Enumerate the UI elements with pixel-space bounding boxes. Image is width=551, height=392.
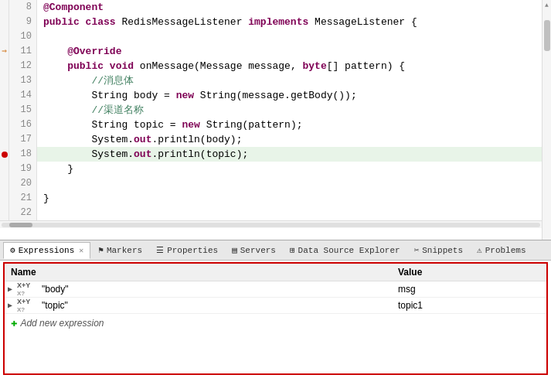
line-number-20: 20 bbox=[9, 176, 37, 191]
code-line-10: 10 bbox=[0, 29, 542, 44]
add-expression-label: Add new expression bbox=[20, 318, 104, 329]
expr-row-body[interactable]: ▶ X+YX? "body" msg bbox=[5, 281, 546, 298]
horizontal-scrollbar[interactable] bbox=[0, 220, 542, 228]
add-expression-icon: ✚ bbox=[11, 316, 17, 329]
tab-properties[interactable]: ☰ Properties bbox=[150, 242, 224, 259]
expr-type-icon-topic: X+YX? bbox=[17, 298, 39, 313]
scroll-up-arrow[interactable]: ▲ bbox=[545, 2, 549, 9]
code-line-11: ⇒ 11 @Override bbox=[0, 44, 542, 59]
line-number-15: 15 bbox=[9, 103, 37, 118]
code-line-22: 22 bbox=[0, 206, 542, 220]
code-content-18: System.out.println(topic); bbox=[37, 147, 542, 162]
tab-expressions-label: Expressions bbox=[19, 246, 75, 255]
servers-icon: ▤ bbox=[232, 245, 237, 255]
breakpoint-area-22 bbox=[0, 206, 9, 220]
code-content-21: } bbox=[37, 191, 542, 206]
tab-datasource[interactable]: ⊞ Data Source Explorer bbox=[284, 242, 406, 259]
breakpoint-area-10 bbox=[0, 29, 9, 44]
properties-icon: ☰ bbox=[156, 245, 164, 255]
scrollbar-track bbox=[2, 223, 540, 227]
debug-arrow-11: ⇒ bbox=[2, 44, 7, 59]
breakpoint-dot-18 bbox=[2, 152, 8, 158]
code-editor: 8 @Component 9 public class RedisMessage… bbox=[0, 0, 551, 240]
breakpoint-area-20 bbox=[0, 176, 9, 191]
line-number-9: 9 bbox=[9, 15, 37, 29]
breakpoint-area-18 bbox=[0, 147, 9, 162]
breakpoint-area-11: ⇒ bbox=[0, 44, 9, 59]
line-number-10: 10 bbox=[9, 29, 37, 44]
scrollbar-thumb[interactable] bbox=[9, 223, 32, 227]
breakpoint-area-15 bbox=[0, 103, 9, 118]
line-number-22: 22 bbox=[9, 206, 37, 220]
line-number-13: 13 bbox=[9, 73, 37, 88]
breakpoint-area-8 bbox=[0, 0, 9, 15]
line-number-16: 16 bbox=[9, 118, 37, 132]
code-line-20: 20 bbox=[0, 176, 542, 191]
code-lines: 8 @Component 9 public class RedisMessage… bbox=[0, 0, 542, 220]
line-number-18: 18 bbox=[9, 147, 37, 162]
code-content-12: public void onMessage(Message message, b… bbox=[37, 59, 542, 73]
expand-topic[interactable]: ▶ bbox=[5, 301, 17, 310]
breakpoint-area-13 bbox=[0, 73, 9, 88]
breakpoint-area-14 bbox=[0, 88, 9, 103]
code-line-12: 12 public void onMessage(Message message… bbox=[0, 59, 542, 73]
code-line-18: 18 System.out.println(topic); bbox=[0, 147, 542, 162]
code-content-22 bbox=[37, 206, 542, 220]
tab-problems[interactable]: ⚠ Problems bbox=[471, 242, 532, 259]
problems-icon: ⚠ bbox=[477, 245, 482, 255]
app-container: 8 @Component 9 public class RedisMessage… bbox=[0, 0, 551, 377]
expand-body[interactable]: ▶ bbox=[5, 285, 17, 294]
markers-icon: ⚑ bbox=[98, 245, 104, 255]
code-content-13: //消息体 bbox=[37, 73, 542, 88]
code-line-13: 13 //消息体 bbox=[0, 73, 542, 88]
column-value-header: Value bbox=[392, 265, 546, 279]
code-line-16: 16 String topic = new String(pattern); bbox=[0, 118, 542, 132]
code-content-15: //渠道名称 bbox=[37, 103, 542, 118]
line-number-8: 8 bbox=[9, 0, 37, 15]
tab-problems-label: Problems bbox=[485, 246, 526, 255]
code-area: 8 @Component 9 public class RedisMessage… bbox=[0, 0, 542, 240]
breakpoint-area-16 bbox=[0, 118, 9, 132]
tab-servers[interactable]: ▤ Servers bbox=[226, 242, 282, 259]
code-content-14: String body = new String(message.getBody… bbox=[37, 88, 542, 103]
code-line-17: 17 System.out.println(body); bbox=[0, 132, 542, 147]
line-number-14: 14 bbox=[9, 88, 37, 103]
code-content-11: @Override bbox=[37, 44, 542, 59]
breakpoint-area-19 bbox=[0, 162, 9, 176]
expr-name-topic: "topic" bbox=[39, 298, 392, 312]
expressions-icon: ⚙ bbox=[10, 245, 15, 255]
snippets-icon: ✂ bbox=[414, 245, 420, 255]
breakpoint-area-21 bbox=[0, 191, 9, 206]
code-line-9: 9 public class RedisMessageListener impl… bbox=[0, 15, 542, 29]
breakpoint-area-17 bbox=[0, 132, 9, 147]
code-content-9: public class RedisMessageListener implem… bbox=[37, 15, 542, 29]
code-line-19: 19 } bbox=[0, 162, 542, 176]
code-content-20 bbox=[37, 176, 542, 191]
line-number-12: 12 bbox=[9, 59, 37, 73]
tab-expressions[interactable]: ⚙ Expressions ✕ bbox=[3, 242, 90, 259]
code-line-21: 21 } bbox=[0, 191, 542, 206]
tab-servers-label: Servers bbox=[240, 246, 276, 255]
expressions-header: Name Value bbox=[5, 264, 546, 281]
code-content-10 bbox=[37, 29, 542, 44]
tabs-bar: ⚙ Expressions ✕ ⚑ Markers ☰ Properties ▤… bbox=[0, 240, 551, 261]
code-line-8: 8 @Component bbox=[0, 0, 542, 15]
bottom-panel: ⚙ Expressions ✕ ⚑ Markers ☰ Properties ▤… bbox=[0, 240, 551, 377]
line-number-17: 17 bbox=[9, 132, 37, 147]
expressions-table: Name Value ▶ X+YX? "body" msg ▶ X+YX? bbox=[3, 262, 548, 375]
expressions-rows: ▶ X+YX? "body" msg ▶ X+YX? "topic" topic… bbox=[5, 281, 546, 332]
vertical-scrollbar[interactable]: ▲ bbox=[542, 0, 551, 240]
tab-markers-label: Markers bbox=[107, 246, 142, 255]
v-scroll-thumb[interactable] bbox=[544, 20, 550, 51]
code-content-17: System.out.println(body); bbox=[37, 132, 542, 147]
expr-row-topic[interactable]: ▶ X+YX? "topic" topic1 bbox=[5, 298, 546, 314]
tab-markers[interactable]: ⚑ Markers bbox=[92, 242, 148, 259]
code-content-19: } bbox=[37, 162, 542, 176]
line-number-21: 21 bbox=[9, 191, 37, 206]
code-line-14: 14 String body = new String(message.getB… bbox=[0, 88, 542, 103]
tab-datasource-label: Data Source Explorer bbox=[298, 246, 400, 255]
tab-snippets[interactable]: ✂ Snippets bbox=[408, 242, 469, 259]
add-expression-row[interactable]: ✚ Add new expression bbox=[5, 314, 546, 332]
line-number-19: 19 bbox=[9, 162, 37, 176]
code-content-16: String topic = new String(pattern); bbox=[37, 118, 542, 132]
